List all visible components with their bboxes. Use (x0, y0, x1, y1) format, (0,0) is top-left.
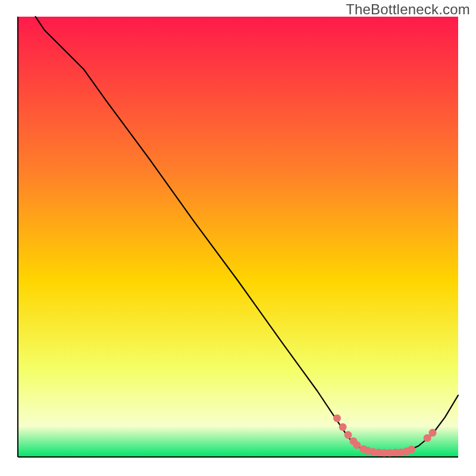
data-point (333, 414, 341, 422)
bottleneck-chart (0, 0, 476, 476)
plot-background (18, 17, 458, 457)
data-point (429, 429, 437, 437)
data-point (345, 431, 352, 439)
data-point (339, 423, 347, 431)
watermark-text: TheBottleneck.com (346, 1, 470, 18)
data-point (408, 446, 415, 453)
chart-container: TheBottleneck.com (0, 0, 476, 476)
data-point (353, 441, 361, 449)
